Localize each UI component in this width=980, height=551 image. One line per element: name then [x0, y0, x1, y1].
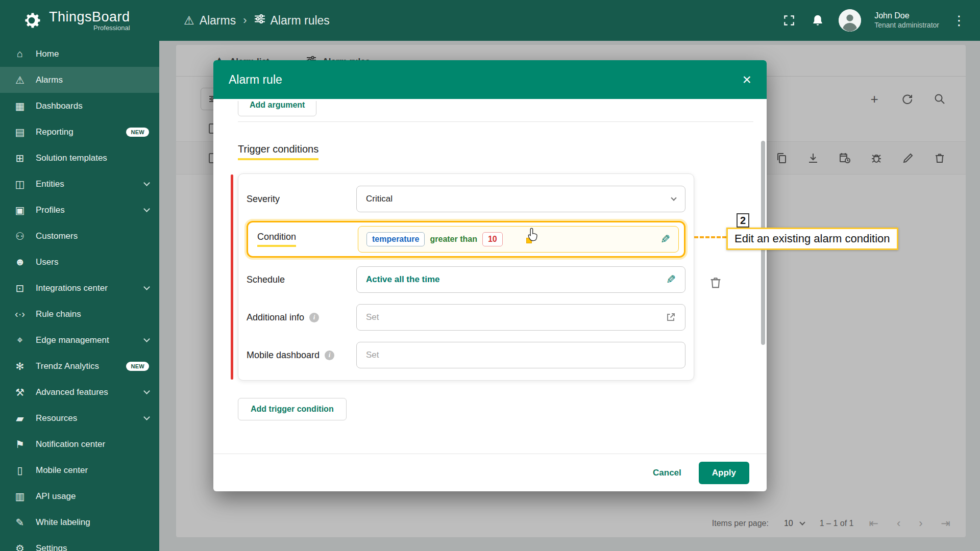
sidebar-item-customers[interactable]: ⚇Customers: [0, 223, 159, 249]
condition-key-chip[interactable]: temperature: [366, 232, 425, 246]
sidebar-item-trendz-analytics[interactable]: ✻Trendz AnalyticsNEW: [0, 353, 159, 379]
dialog-footer: Cancel Apply: [213, 454, 767, 491]
user-role: Tenant administrator: [874, 21, 939, 30]
warning-icon: ⚠: [184, 14, 194, 28]
open-in-new-icon[interactable]: [666, 312, 676, 322]
additional-info-label: Additional info i: [247, 312, 356, 323]
delete-trigger-condition-trash-icon[interactable]: [708, 276, 723, 292]
breadcrumb: ⚠ Alarms › Alarm rules: [184, 13, 330, 28]
trigger-conditions-title: Trigger conditions: [238, 143, 318, 160]
annotation-callout: Edit an existing alarm condition: [726, 228, 898, 250]
sidebar-item-users[interactable]: ☻Users: [0, 249, 159, 275]
user-name: John Doe: [874, 11, 939, 21]
additional-info-placeholder: Set: [366, 312, 379, 322]
severity-color-stripe: [231, 174, 233, 380]
sidebar-item-notification-center[interactable]: ⚑Notification center: [0, 431, 159, 457]
notifications-bell-icon[interactable]: [810, 13, 825, 28]
sidebar-item-rule-chains[interactable]: ‹·›Rule chains: [0, 301, 159, 327]
schedule-field[interactable]: Active all the time ✎: [356, 266, 685, 293]
sidebar-item-entities[interactable]: ◫Entities: [0, 171, 159, 197]
condition-operation: greater than: [430, 235, 477, 244]
header-actions: John Doe Tenant administrator ⋮: [781, 9, 980, 32]
edit-condition-pencil-icon[interactable]: ✎: [660, 233, 670, 246]
severity-select[interactable]: Critical: [356, 186, 685, 212]
chevron-down-icon: [143, 206, 150, 212]
chevron-down-icon: [671, 195, 676, 201]
mobile-dashboard-field[interactable]: Set: [356, 342, 685, 368]
dialog-scrollbar: [761, 141, 765, 450]
sidebar-item-home[interactable]: ⌂Home: [0, 41, 159, 67]
schedule-row: Schedule Active all the time ✎: [247, 261, 685, 298]
condition-row-highlight: Condition temperature greater than 10 ✎: [247, 221, 685, 258]
breadcrumb-separator: ›: [243, 14, 247, 27]
chevron-down-icon: [143, 414, 150, 420]
trendz-icon: ✻: [13, 360, 27, 372]
sidebar-item-mobile-center[interactable]: ▯Mobile center: [0, 457, 159, 483]
mobile-dashboard-label: Mobile dashboard i: [247, 350, 356, 361]
sidebar-item-alarms[interactable]: ⚠Alarms: [0, 67, 159, 93]
chevron-down-icon: [143, 180, 150, 186]
profiles-icon: ▣: [13, 204, 27, 216]
additional-info-row: Additional info i Set: [247, 298, 685, 336]
sidebar-item-edge-management[interactable]: ⌖Edge management: [0, 327, 159, 353]
api-usage-icon: ▥: [13, 490, 27, 503]
customers-icon: ⚇: [13, 230, 27, 242]
edge-management-icon: ⌖: [13, 334, 27, 346]
scrolled-region: Add argument: [238, 101, 737, 117]
close-icon[interactable]: ×: [742, 72, 751, 87]
sidebar-item-white-labeling[interactable]: ✎White labeling: [0, 509, 159, 535]
edit-schedule-pencil-icon[interactable]: ✎: [666, 273, 676, 287]
info-icon: i: [309, 313, 319, 322]
sidebar-item-integrations-center[interactable]: ⊡Integrations center: [0, 275, 159, 301]
add-argument-button[interactable]: Add argument: [238, 101, 316, 116]
condition-field[interactable]: temperature greater than 10 ✎: [358, 226, 679, 253]
chevron-down-icon: [143, 388, 150, 394]
avatar[interactable]: [839, 9, 861, 32]
annotation-step-number: 2: [737, 213, 749, 228]
reporting-icon: ▤: [13, 126, 27, 138]
add-trigger-condition-button[interactable]: Add trigger condition: [238, 398, 347, 420]
sidebar-item-settings[interactable]: ⚙Settings: [0, 535, 159, 551]
sidebar-item-api-usage[interactable]: ▥API usage: [0, 483, 159, 509]
schedule-label: Schedule: [247, 274, 356, 285]
sidebar-item-advanced-features[interactable]: ⚒Advanced features: [0, 379, 159, 405]
info-icon: i: [325, 350, 334, 360]
resources-icon: ▰: [13, 412, 27, 424]
brand-name: ThingsBoard: [49, 9, 130, 25]
breadcrumb-alarm-rules[interactable]: Alarm rules: [254, 13, 330, 28]
thingsboard-logo-icon: [20, 9, 43, 32]
mobile-center-icon: ▯: [13, 464, 27, 477]
sidebar-item-reporting[interactable]: ▤ReportingNEW: [0, 119, 159, 145]
brand[interactable]: ThingsBoard Professional: [0, 9, 159, 32]
kebab-menu-icon[interactable]: ⋮: [952, 13, 966, 29]
dashboards-icon: ▦: [13, 100, 27, 112]
rule-chains-icon: ‹·›: [13, 308, 27, 320]
chevron-down-icon: [143, 336, 150, 342]
dialog-header: Alarm rule ×: [213, 60, 767, 99]
alarm-rule-dialog: Alarm rule × Add argument Trigger condit…: [213, 60, 767, 491]
fullscreen-icon[interactable]: [781, 13, 797, 28]
condition-label: Condition: [251, 232, 358, 247]
users-icon: ☻: [13, 256, 27, 268]
apply-button[interactable]: Apply: [699, 462, 749, 484]
breadcrumb-alarms[interactable]: ⚠ Alarms: [184, 14, 236, 28]
sidebar-item-resources[interactable]: ▰Resources: [0, 405, 159, 431]
new-badge: NEW: [126, 362, 149, 371]
advanced-features-icon: ⚒: [13, 386, 27, 398]
cancel-button[interactable]: Cancel: [653, 468, 681, 478]
entities-icon: ◫: [13, 178, 27, 190]
home-icon: ⌂: [13, 48, 27, 60]
solution-templates-icon: ⊞: [13, 152, 27, 164]
warning-icon: ⚠: [13, 74, 27, 86]
sidebar-item-profiles[interactable]: ▣Profiles: [0, 197, 159, 223]
sidebar-item-dashboards[interactable]: ▦Dashboards: [0, 93, 159, 119]
notification-center-icon: ⚑: [13, 438, 27, 450]
chevron-down-icon: [143, 284, 150, 290]
additional-info-field[interactable]: Set: [356, 304, 685, 331]
sidebar-item-solution-templates[interactable]: ⊞Solution templates: [0, 145, 159, 171]
dialog-title: Alarm rule: [229, 73, 282, 87]
schedule-value: Active all the time: [366, 274, 440, 285]
condition-value-chip[interactable]: 10: [482, 232, 503, 246]
white-labeling-icon: ✎: [13, 516, 27, 529]
new-badge: NEW: [126, 128, 149, 137]
